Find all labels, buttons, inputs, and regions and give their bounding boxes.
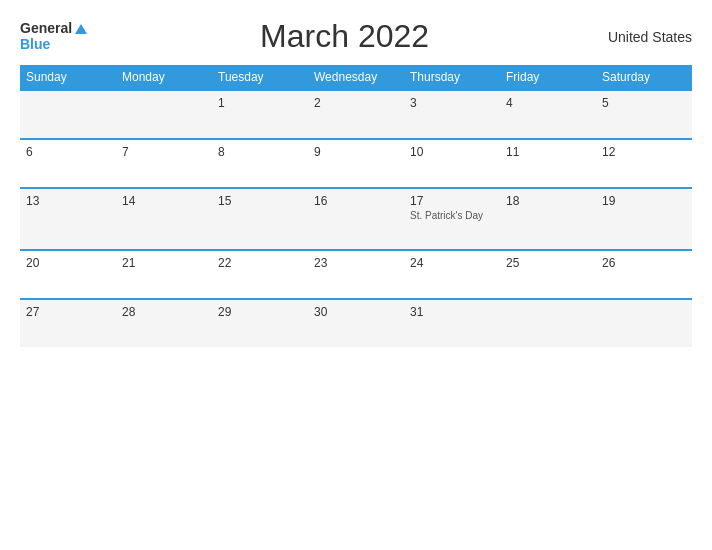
header: General Blue March 2022 United States [20, 18, 692, 55]
calendar-cell: 15 [212, 188, 308, 250]
day-number: 18 [506, 194, 590, 208]
day-number: 5 [602, 96, 686, 110]
header-wednesday: Wednesday [308, 65, 404, 90]
day-number: 23 [314, 256, 398, 270]
calendar-cell: 27 [20, 299, 116, 347]
calendar-page: General Blue March 2022 United States Su… [0, 0, 712, 550]
calendar-cell: 25 [500, 250, 596, 299]
day-number: 22 [218, 256, 302, 270]
day-number: 9 [314, 145, 398, 159]
calendar-cell [500, 299, 596, 347]
calendar-cell: 24 [404, 250, 500, 299]
day-number: 1 [218, 96, 302, 110]
header-saturday: Saturday [596, 65, 692, 90]
day-number: 13 [26, 194, 110, 208]
calendar-cell: 23 [308, 250, 404, 299]
day-number: 29 [218, 305, 302, 319]
calendar-table: Sunday Monday Tuesday Wednesday Thursday… [20, 65, 692, 347]
logo: General Blue [20, 21, 87, 52]
calendar-cell: 26 [596, 250, 692, 299]
calendar-title: March 2022 [87, 18, 602, 55]
day-number: 8 [218, 145, 302, 159]
calendar-week-row: 1314151617St. Patrick's Day1819 [20, 188, 692, 250]
day-number: 17 [410, 194, 494, 208]
day-number: 11 [506, 145, 590, 159]
calendar-cell: 17St. Patrick's Day [404, 188, 500, 250]
day-number: 31 [410, 305, 494, 319]
calendar-cell: 2 [308, 90, 404, 139]
header-thursday: Thursday [404, 65, 500, 90]
calendar-cell: 20 [20, 250, 116, 299]
calendar-cell [20, 90, 116, 139]
calendar-cell [596, 299, 692, 347]
day-number: 12 [602, 145, 686, 159]
calendar-cell: 22 [212, 250, 308, 299]
day-number: 15 [218, 194, 302, 208]
day-number: 14 [122, 194, 206, 208]
calendar-cell: 5 [596, 90, 692, 139]
calendar-cell: 28 [116, 299, 212, 347]
calendar-week-row: 2728293031 [20, 299, 692, 347]
day-number: 4 [506, 96, 590, 110]
calendar-cell: 6 [20, 139, 116, 188]
calendar-cell: 18 [500, 188, 596, 250]
calendar-cell: 29 [212, 299, 308, 347]
calendar-week-row: 20212223242526 [20, 250, 692, 299]
header-tuesday: Tuesday [212, 65, 308, 90]
calendar-cell: 7 [116, 139, 212, 188]
day-number: 16 [314, 194, 398, 208]
calendar-cell: 9 [308, 139, 404, 188]
calendar-cell: 8 [212, 139, 308, 188]
logo-triangle-icon [75, 24, 87, 34]
header-sunday: Sunday [20, 65, 116, 90]
day-number: 28 [122, 305, 206, 319]
day-number: 19 [602, 194, 686, 208]
calendar-cell: 4 [500, 90, 596, 139]
day-number: 6 [26, 145, 110, 159]
holiday-label: St. Patrick's Day [410, 210, 494, 221]
calendar-cell: 1 [212, 90, 308, 139]
day-number: 24 [410, 256, 494, 270]
logo-general-text: General [20, 21, 72, 36]
calendar-cell: 13 [20, 188, 116, 250]
calendar-cell: 31 [404, 299, 500, 347]
header-friday: Friday [500, 65, 596, 90]
calendar-cell [116, 90, 212, 139]
day-number: 20 [26, 256, 110, 270]
calendar-cell: 11 [500, 139, 596, 188]
day-number: 27 [26, 305, 110, 319]
calendar-cell: 12 [596, 139, 692, 188]
calendar-cell: 19 [596, 188, 692, 250]
day-number: 7 [122, 145, 206, 159]
day-number: 25 [506, 256, 590, 270]
calendar-cell: 14 [116, 188, 212, 250]
day-number: 30 [314, 305, 398, 319]
calendar-cell: 3 [404, 90, 500, 139]
day-number: 10 [410, 145, 494, 159]
day-number: 26 [602, 256, 686, 270]
day-number: 3 [410, 96, 494, 110]
calendar-cell: 10 [404, 139, 500, 188]
calendar-week-row: 6789101112 [20, 139, 692, 188]
country-label: United States [602, 29, 692, 45]
day-number: 2 [314, 96, 398, 110]
calendar-week-row: 12345 [20, 90, 692, 139]
logo-blue-text: Blue [20, 37, 50, 52]
weekday-header-row: Sunday Monday Tuesday Wednesday Thursday… [20, 65, 692, 90]
day-number: 21 [122, 256, 206, 270]
calendar-cell: 16 [308, 188, 404, 250]
header-monday: Monday [116, 65, 212, 90]
calendar-cell: 21 [116, 250, 212, 299]
calendar-cell: 30 [308, 299, 404, 347]
